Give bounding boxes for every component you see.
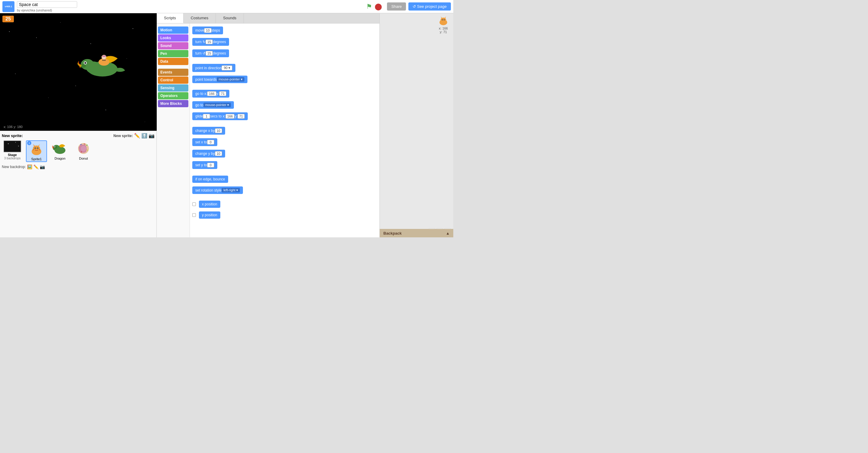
point-dir-val[interactable]: 90 ▾ bbox=[221, 65, 232, 70]
paint-backdrop-btn[interactable]: 🖼️ bbox=[27, 164, 32, 169]
svg-point-16 bbox=[18, 146, 19, 147]
donut-thumbnail bbox=[74, 141, 93, 156]
svg-point-22 bbox=[37, 148, 38, 149]
category-events[interactable]: Events bbox=[158, 69, 188, 76]
block-group-glide: glide 1 secs to x: 166 y: 71 bbox=[192, 112, 377, 121]
category-operators[interactable]: Operators bbox=[158, 92, 188, 99]
svg-point-21 bbox=[35, 148, 36, 149]
blocks-list[interactable]: move 10 steps turn ↻ 15 degrees bbox=[190, 24, 379, 237]
category-sound[interactable]: Sound bbox=[158, 42, 188, 50]
tab-sounds[interactable]: Sounds bbox=[216, 13, 244, 23]
set-x-val[interactable]: 0 bbox=[207, 140, 214, 144]
category-pen[interactable]: Pen bbox=[158, 50, 188, 57]
stop-button[interactable]: ⬤ bbox=[375, 3, 382, 10]
category-list: Motion Looks Sound Pen Data Events Contr… bbox=[157, 24, 190, 237]
x-pos-checkbox[interactable] bbox=[192, 202, 196, 206]
block-turn-cw[interactable]: turn ↻ 15 degrees bbox=[192, 38, 229, 46]
change-x-val[interactable]: 10 bbox=[215, 128, 222, 133]
move-steps-input[interactable]: 10 bbox=[204, 28, 211, 33]
turn-ccw-val[interactable]: 15 bbox=[206, 51, 213, 56]
category-data[interactable]: Data bbox=[158, 58, 188, 65]
block-turn-ccw[interactable]: turn ↺ 15 degrees bbox=[192, 50, 229, 57]
sprite1-name: Sprite1 bbox=[31, 157, 42, 161]
camera-backdrop-btn[interactable]: 📷 bbox=[40, 164, 45, 169]
category-motion[interactable]: Motion bbox=[158, 27, 188, 34]
block-set-x[interactable]: set x to 0 bbox=[192, 138, 217, 146]
tab-scripts[interactable]: Scripts bbox=[157, 13, 184, 23]
block-group-turn-cw: turn ↻ 15 degrees bbox=[192, 37, 377, 46]
dragon-svg bbox=[52, 141, 68, 156]
stage-thumb-svg bbox=[4, 141, 21, 152]
stage-item[interactable]: Stage 3 backdrops bbox=[2, 140, 23, 160]
project-author: by ejevichka (unshared) bbox=[17, 8, 77, 12]
new-sprite-area: New sprite: ✏️ ⬆️ 📷 bbox=[113, 133, 155, 138]
dragon-thumbnail bbox=[51, 141, 69, 156]
stage-canvas[interactable]: 25 bbox=[0, 13, 157, 131]
svg-point-8 bbox=[102, 60, 104, 61]
upload-sprite-btn[interactable]: ⬆️ bbox=[141, 133, 147, 138]
dragon-sprite bbox=[75, 50, 130, 79]
main-layout: 25 bbox=[0, 13, 453, 237]
category-looks[interactable]: Looks bbox=[158, 34, 188, 41]
point-towards-dropdown[interactable]: mouse-pointer ▾ bbox=[217, 77, 244, 82]
sprites-list: i bbox=[26, 140, 94, 162]
go-to-y-val[interactable]: 71 bbox=[219, 91, 226, 96]
new-backdrop-label: New backdrop: bbox=[2, 165, 26, 169]
set-y-val[interactable]: 0 bbox=[207, 163, 214, 167]
sprite-item-sprite1[interactable]: i bbox=[26, 140, 47, 162]
svg-point-14 bbox=[8, 143, 9, 144]
tab-costumes[interactable]: Costumes bbox=[184, 13, 216, 23]
upload-backdrop-btn[interactable]: ✏️ bbox=[33, 164, 38, 169]
turn-cw-val[interactable]: 15 bbox=[206, 39, 213, 44]
block-go-to[interactable]: go to mouse-pointer ▾ bbox=[192, 101, 234, 109]
backpack-bar[interactable]: Backpack ▲ bbox=[380, 229, 453, 237]
stage-name: Stage bbox=[8, 153, 17, 157]
block-set-y[interactable]: set y to 0 bbox=[192, 161, 217, 169]
go-to-x-val[interactable]: 166 bbox=[207, 91, 216, 96]
block-point-direction[interactable]: point in direction 90 ▾ bbox=[192, 64, 236, 72]
block-group-edge-bounce: if on edge, bounce bbox=[192, 175, 377, 184]
sprite-item-donut[interactable]: Donut bbox=[73, 140, 94, 162]
glide-secs-val[interactable]: 1 bbox=[203, 114, 210, 119]
block-y-position[interactable]: y position bbox=[199, 212, 220, 219]
change-y-val[interactable]: 10 bbox=[215, 151, 222, 156]
flag-button[interactable]: ⚑ bbox=[366, 3, 372, 10]
block-point-towards[interactable]: point towards mouse-pointer ▾ bbox=[192, 75, 247, 83]
canvas-area[interactable]: x: 166 y: 71 when 🏴 clicked forever bbox=[380, 13, 453, 237]
project-icon: v469.1 bbox=[2, 1, 14, 12]
project-name-input[interactable] bbox=[17, 1, 77, 8]
sprites-panel: New sprite: New sprite: ✏️ ⬆️ 📷 bbox=[0, 131, 156, 237]
editor-tabs: Scripts Costumes Sounds bbox=[157, 13, 379, 24]
sprite-coords: x: 166 y: 71 bbox=[439, 27, 448, 34]
block-change-x[interactable]: change x by 10 bbox=[192, 127, 225, 135]
sprite-item-dragon[interactable]: Dragon bbox=[50, 140, 70, 162]
topbar: v469.1 by ejevichka (unshared) ⚑ ⬤ Share… bbox=[0, 0, 453, 13]
category-more-blocks[interactable]: More Blocks bbox=[158, 100, 188, 107]
score-display: 25 bbox=[2, 16, 14, 22]
category-sensing[interactable]: Sensing bbox=[158, 84, 188, 92]
blocks-area: Motion Looks Sound Pen Data Events Contr… bbox=[157, 24, 379, 237]
share-button[interactable]: Share bbox=[387, 2, 406, 10]
category-control[interactable]: Control bbox=[158, 76, 188, 84]
block-move-steps[interactable]: move 10 steps bbox=[192, 27, 223, 34]
new-backdrop-area: New backdrop: 🖼️ ✏️ 📷 bbox=[2, 164, 155, 169]
block-edge-bounce[interactable]: if on edge, bounce bbox=[192, 175, 228, 183]
block-x-position[interactable]: x position bbox=[199, 201, 220, 208]
glide-y-val[interactable]: 71 bbox=[238, 114, 245, 119]
paint-sprite-btn[interactable]: ✏️ bbox=[134, 133, 140, 138]
glide-x-val[interactable]: 166 bbox=[225, 114, 235, 119]
block-go-to-xy[interactable]: go to x: 166 y: 71 bbox=[192, 90, 229, 98]
svg-point-9 bbox=[104, 60, 105, 61]
block-change-y[interactable]: change y by 10 bbox=[192, 150, 225, 158]
go-to-dropdown[interactable]: mouse-pointer ▾ bbox=[204, 103, 231, 107]
rotation-style-dropdown[interactable]: left-right ▾ bbox=[221, 188, 240, 192]
block-glide[interactable]: glide 1 secs to x: 166 y: 71 bbox=[192, 112, 248, 120]
block-group-y-pos: y position bbox=[192, 211, 377, 219]
block-group-set-x: set x to 0 bbox=[192, 138, 377, 147]
camera-sprite-btn[interactable]: 📷 bbox=[149, 133, 155, 138]
see-project-button[interactable]: ↺ See project page bbox=[408, 2, 451, 10]
dragon-name: Dragon bbox=[55, 157, 65, 160]
y-pos-checkbox[interactable] bbox=[192, 213, 196, 217]
block-rotation-style[interactable]: set rotation style left-right ▾ bbox=[192, 187, 243, 194]
sprite-badge: i bbox=[27, 141, 31, 145]
